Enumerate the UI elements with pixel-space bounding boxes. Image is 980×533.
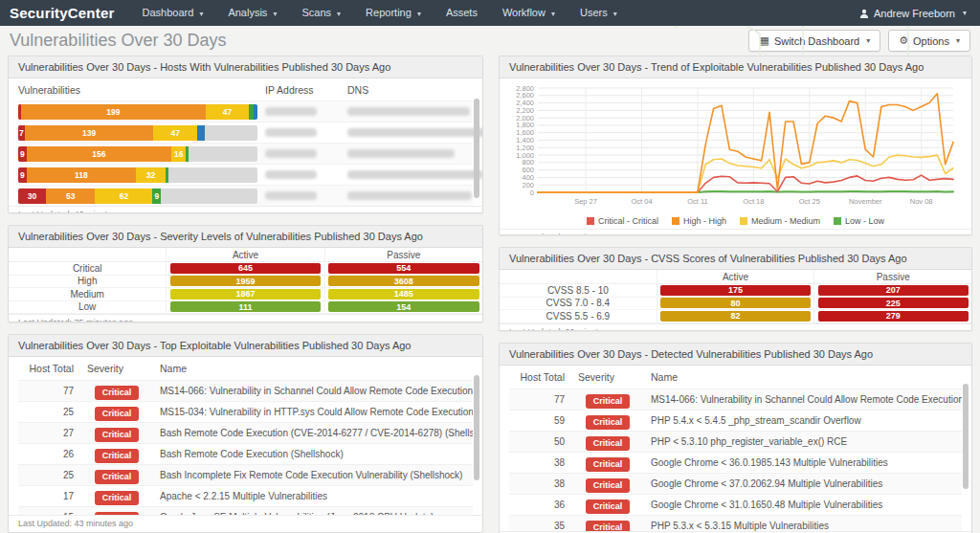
passive-count-bar[interactable]: 554: [328, 263, 479, 274]
nav-item-analysis[interactable]: Analysis ▾: [215, 0, 289, 26]
passive-count-bar[interactable]: 207: [818, 285, 969, 296]
table-row[interactable]: 27 Critical Bash Remote Code Execution (…: [18, 422, 473, 443]
ip-address-redacted: [265, 128, 347, 137]
scrollbar-thumb[interactable]: [963, 384, 969, 489]
last-updated: Last Updated: 35 minutes ago: [9, 314, 482, 322]
active-count-bar[interactable]: 1959: [170, 276, 322, 286]
table-row[interactable]: 77 Critical MS14-066: Vulnerability in S…: [18, 380, 473, 401]
table-row[interactable]: 35 Critical PHP 5.3.x < 5.3.15 Multiple …: [509, 515, 962, 531]
severity-badge: Critical: [586, 521, 631, 531]
svg-text:0: 0: [530, 189, 534, 197]
app-logo[interactable]: SecurityCenter: [0, 5, 130, 21]
vulnerability-name: MS14-066: Vulnerability in Schannel Coul…: [651, 394, 962, 405]
row-label: CVSS 5.5 - 6.9: [500, 310, 657, 322]
table-row: CVSS 7.0 - 8.4 80 225: [500, 298, 971, 311]
gear-icon: ⚙: [899, 34, 908, 47]
switch-dashboard-label: Switch Dashboard: [774, 35, 859, 47]
vulnerability-bar[interactable]: 915616: [18, 146, 265, 162]
scrollbar-thumb[interactable]: [474, 375, 479, 480]
scrollbar-thumb[interactable]: [474, 99, 479, 198]
ip-address-redacted: [265, 191, 347, 200]
table-row[interactable]: 26 Critical Bash Remote Code Execution (…: [18, 443, 473, 464]
table-row[interactable]: 713947: [18, 122, 473, 143]
table-row[interactable]: 77 Critical MS14-066: Vulnerability in S…: [509, 389, 962, 410]
active-count-bar[interactable]: 82: [660, 311, 811, 322]
yellow-bar-segment: 47: [206, 104, 250, 120]
green-bar-segment: [166, 167, 168, 183]
passive-count-bar[interactable]: 154: [328, 301, 479, 312]
table-row[interactable]: 25 Critical Bash Incomplete Fix Remote C…: [18, 464, 473, 485]
passive-count-bar[interactable]: 225: [818, 298, 969, 308]
vulnerability-bar[interactable]: 911832: [18, 167, 265, 183]
active-count-bar[interactable]: 111: [170, 301, 322, 312]
table-column-headers: Host Total Severity Name: [500, 366, 971, 389]
passive-count-bar[interactable]: 279: [818, 311, 969, 322]
row-label: CVSS 8.5 - 10: [500, 284, 657, 297]
green-bar-segment: 9: [152, 189, 161, 204]
col-host-total: Host Total: [509, 371, 578, 383]
col-active: Active: [166, 248, 323, 261]
col-host-total: Host Total: [18, 363, 87, 374]
panel-cvss-scores: Vulnerabilities Over 30 Days - CVSS Scor…: [499, 247, 972, 331]
red-bar-segment: 9: [18, 167, 27, 183]
active-count-bar[interactable]: 80: [660, 298, 811, 308]
nav-item-assets[interactable]: Assets: [434, 0, 490, 26]
nav-item-workflow[interactable]: Workflow ▾: [490, 0, 568, 26]
panel-title: Vulnerabilities Over 30 Days - Top Explo…: [9, 335, 482, 357]
severity-badge: Critical: [586, 415, 631, 430]
svg-text:600: 600: [522, 166, 534, 174]
dashboard-titlebar: Vulnerabilities Over 30 Days ▦ Switch Da…: [0, 26, 980, 56]
svg-text:1,200: 1,200: [516, 144, 534, 152]
vulnerability-name: MS15-034: Vulnerability in HTTP.sys Coul…: [160, 407, 473, 417]
passive-count-bar[interactable]: 1485: [328, 289, 479, 300]
host-total: 17: [18, 491, 74, 501]
active-count-bar[interactable]: 1867: [170, 289, 322, 300]
table-row[interactable]: 25 Critical MS15-034: Vulnerability in H…: [18, 401, 473, 422]
svg-text:2,600: 2,600: [516, 91, 534, 100]
table-row[interactable]: 15 Critical Oracle Java SE Multiple Vuln…: [18, 506, 473, 515]
table-row[interactable]: 915616: [18, 143, 473, 164]
table-row[interactable]: 38 Critical Google Chrome < 36.0.1985.14…: [509, 452, 962, 473]
table-row[interactable]: 50 Critical PHP < 5.3.10 php_register_va…: [509, 431, 962, 452]
matrix-header-row: Active Passive: [9, 248, 482, 262]
col-name: Name: [651, 371, 962, 383]
host-total: 35: [509, 521, 565, 531]
trend-chart: 02004006008001,0001,2001,4001,6001,8002,…: [500, 78, 971, 215]
nav-item-dashboard[interactable]: Dashboard ▾: [130, 0, 216, 26]
nav-item-scans[interactable]: Scans ▾: [289, 0, 353, 26]
blue-bar-segment: [197, 125, 205, 141]
table-row[interactable]: 38 Critical Google Chrome < 37.0.2062.94…: [509, 473, 962, 494]
vulnerability-bar[interactable]: 713947: [18, 125, 265, 141]
nav-item-reporting[interactable]: Reporting ▾: [353, 0, 434, 26]
options-button[interactable]: ⚙ Options ▾: [888, 30, 970, 52]
host-total: 25: [18, 407, 74, 417]
yellow-bar-segment: 47: [153, 125, 197, 141]
nav-item-users[interactable]: Users ▾: [568, 0, 630, 26]
panel-title: Vulnerabilities Over 30 Days - Detected …: [500, 344, 971, 366]
table-row[interactable]: 911832: [18, 164, 473, 185]
table-row[interactable]: 36 Critical Google Chrome < 31.0.1650.48…: [509, 494, 962, 515]
svg-text:Oct 18: Oct 18: [743, 197, 764, 206]
host-total: 38: [509, 457, 565, 468]
severity-badge: Critical: [95, 491, 140, 505]
chevron-down-icon: ▾: [866, 36, 870, 45]
chevron-down-icon: ▾: [417, 10, 421, 18]
table-row[interactable]: 19947: [18, 100, 473, 122]
vulnerability-bar[interactable]: 19947: [18, 104, 265, 120]
table-row[interactable]: 59 Critical PHP 5.4.x < 5.4.5 _php_strea…: [509, 410, 962, 431]
severity-badge: Critical: [586, 457, 631, 472]
user-menu[interactable]: Andrew Freeborn ▾: [859, 8, 980, 19]
svg-text:Oct 11: Oct 11: [687, 197, 708, 206]
legend-swatch: [672, 217, 679, 225]
active-count-bar[interactable]: 175: [660, 285, 811, 296]
passive-count-bar[interactable]: 3608: [328, 276, 479, 286]
active-count-bar[interactable]: 645: [170, 263, 322, 274]
table-row[interactable]: 17 Critical Apache < 2.2.15 Multiple Vul…: [18, 485, 473, 506]
vulnerability-bar[interactable]: 3053629: [18, 189, 265, 204]
panel-title: Vulnerabilities Over 30 Days - Severity …: [9, 226, 482, 248]
user-icon: [859, 9, 869, 18]
table-row[interactable]: 3053629: [18, 185, 473, 206]
matrix-header-row: Active Passive: [500, 270, 971, 284]
switch-dashboard-button[interactable]: ▦ Switch Dashboard ▾: [748, 30, 880, 52]
chevron-down-icon: ▾: [273, 10, 277, 18]
